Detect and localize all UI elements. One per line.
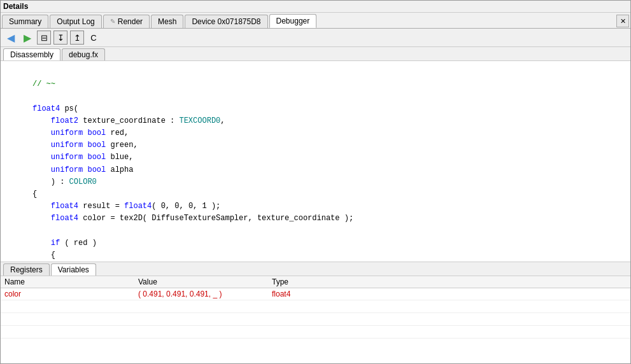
- col-name: Name: [1, 276, 134, 288]
- table-row[interactable]: color ( 0.491, 0.491, 0.491, _ ) float4: [1, 288, 630, 300]
- col-type: Type: [268, 276, 402, 288]
- code-line: {: [7, 188, 625, 200]
- code-line: uniform bool green,: [7, 139, 625, 151]
- sub-tab-bar: Disassembly debug.fx: [1, 47, 630, 61]
- tab-output-log[interactable]: Output Log: [50, 15, 101, 28]
- main-tab-bar: Summary Output Log ✎ Render Mesh Device …: [1, 13, 630, 29]
- close-button[interactable]: ✕: [616, 15, 629, 27]
- code-line: uniform bool alpha: [7, 164, 625, 176]
- var-value: ( 0.491, 0.491, 0.491, _ ): [134, 288, 268, 300]
- code-line: uniform bool red,: [7, 127, 625, 139]
- var-name: color: [1, 288, 134, 300]
- tab-summary[interactable]: Summary: [2, 15, 48, 28]
- variables-panel[interactable]: Name Value Type color ( 0.491, 0.491, 0.…: [1, 276, 630, 363]
- toolbar: ◀ ▶ ⊟ ↧ ↥ C: [1, 29, 630, 47]
- tab-device[interactable]: Device 0x071875D8: [185, 15, 267, 28]
- code-line: [7, 66, 625, 78]
- tab-debugger[interactable]: Debugger: [269, 14, 317, 28]
- code-line: // ~~: [7, 78, 625, 90]
- back-button[interactable]: ◀: [4, 31, 18, 45]
- variables-table: Name Value Type color ( 0.491, 0.491, 0.…: [1, 276, 630, 339]
- reset-button[interactable]: C: [87, 31, 101, 45]
- tab-debug-fx[interactable]: debug.fx: [62, 48, 105, 60]
- bottom-panel: Registers Variables Name Value Type colo…: [1, 262, 630, 363]
- code-line: {: [7, 249, 625, 262]
- step-button[interactable]: ⊟: [37, 31, 51, 45]
- var-type: float4: [268, 288, 402, 300]
- code-scroll[interactable]: // ~~ float4 ps(: [1, 61, 630, 262]
- table-header-row: Name Value Type: [1, 276, 630, 288]
- col-value: Value: [134, 276, 268, 288]
- col-extra: [402, 276, 630, 288]
- code-display: // ~~ float4 ps(: [1, 61, 630, 262]
- details-window: Details Summary Output Log ✎ Render Mesh…: [0, 0, 631, 364]
- play-button[interactable]: ▶: [20, 31, 34, 45]
- table-row-empty: [1, 313, 630, 326]
- code-line: [7, 90, 625, 102]
- table-row-empty: [1, 300, 630, 313]
- window-title: Details: [3, 2, 28, 11]
- code-line: float4 ps(: [7, 103, 625, 115]
- step-out-button[interactable]: ↥: [70, 31, 84, 45]
- tab-render-label: Render: [118, 17, 143, 26]
- code-line: [7, 225, 625, 237]
- tab-render[interactable]: ✎ Render: [103, 15, 150, 28]
- table-row-empty: [1, 326, 630, 339]
- code-line: ) : COLOR0: [7, 176, 625, 188]
- code-line: float4 color = tex2D( DiffuseTextureSamp…: [7, 213, 625, 225]
- code-line: uniform bool blue,: [7, 151, 625, 164]
- titlebar: Details: [1, 1, 630, 13]
- code-line: if ( red ): [7, 237, 625, 249]
- code-container: // ~~ float4 ps(: [1, 61, 630, 262]
- tab-registers[interactable]: Registers: [3, 263, 50, 276]
- code-line: float4 result = float4( 0, 0, 0, 1 );: [7, 200, 625, 213]
- tab-mesh[interactable]: Mesh: [151, 15, 183, 28]
- bottom-tab-bar: Registers Variables: [1, 262, 630, 276]
- step-into-button[interactable]: ↧: [53, 31, 67, 45]
- code-line: float2 texture_coordinate : TEXCOORD0,: [7, 115, 625, 127]
- tab-variables[interactable]: Variables: [51, 263, 96, 276]
- tab-disassembly[interactable]: Disassembly: [3, 48, 60, 60]
